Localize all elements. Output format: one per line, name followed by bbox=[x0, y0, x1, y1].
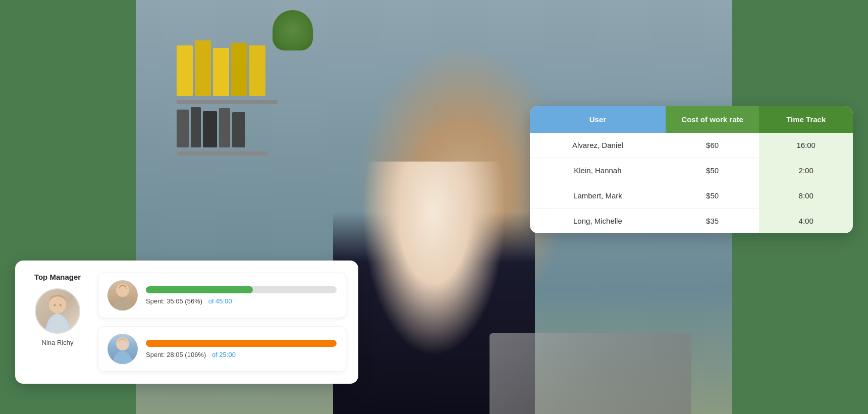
plant bbox=[273, 10, 313, 50]
manager-name: Nina Richy bbox=[42, 339, 74, 346]
spent-label-1: Spent: 35:05 (56%) bbox=[146, 297, 202, 305]
td-name-2: Lambert, Mark bbox=[530, 183, 666, 209]
manager-avatar-svg bbox=[36, 288, 79, 334]
table-body: Alvarez, Daniel$6016:00Klein, Hannah$502… bbox=[530, 133, 853, 233]
progress-bar-1-container bbox=[146, 286, 337, 293]
th-cost: Cost of work rate bbox=[666, 106, 760, 133]
td-time-1: 2:00 bbox=[759, 158, 853, 183]
employee-2-svg bbox=[107, 334, 138, 364]
employees-list: Spent: 35:05 (56%) of 45:00 bbox=[98, 273, 346, 372]
svg-point-3 bbox=[60, 304, 62, 306]
th-user: User bbox=[530, 106, 666, 133]
employee-1-progress: Spent: 35:05 (56%) of 45:00 bbox=[146, 286, 337, 305]
manager-card: Top Manager Nina Richy bbox=[15, 261, 358, 384]
employee-item-1: Spent: 35:05 (56%) of 45:00 bbox=[98, 273, 346, 318]
progress-bar-2-container bbox=[146, 340, 337, 347]
table-card: User Cost of work rate Time Track Alvare… bbox=[530, 106, 853, 233]
td-name-0: Alvarez, Daniel bbox=[530, 133, 666, 158]
td-name-1: Klein, Hannah bbox=[530, 158, 666, 183]
progress-text-1: Spent: 35:05 (56%) of 45:00 bbox=[146, 297, 337, 305]
td-cost-2: $50 bbox=[666, 183, 760, 209]
progress-bar-2-fill bbox=[146, 340, 337, 347]
spent-label-2: Spent: 28:05 (106%) bbox=[146, 351, 206, 358]
data-table: User Cost of work rate Time Track Alvare… bbox=[530, 106, 853, 233]
td-cost-1: $50 bbox=[666, 158, 760, 183]
td-cost-3: $35 bbox=[666, 209, 760, 234]
table-row-1: Klein, Hannah$502:00 bbox=[530, 158, 853, 183]
laptop bbox=[490, 333, 691, 414]
th-time: Time Track bbox=[759, 106, 853, 133]
table-row-2: Lambert, Mark$508:00 bbox=[530, 183, 853, 209]
bookshelf bbox=[177, 10, 353, 162]
of-label-1: of 45:00 bbox=[208, 297, 232, 305]
employee-avatar-2 bbox=[107, 334, 138, 364]
table-row-3: Long, Michelle$354:00 bbox=[530, 209, 853, 234]
svg-point-2 bbox=[53, 304, 56, 306]
table-row-0: Alvarez, Daniel$6016:00 bbox=[530, 133, 853, 158]
td-cost-0: $60 bbox=[666, 133, 760, 158]
progress-text-2: Spent: 28:05 (106%) of 25:00 bbox=[146, 351, 337, 358]
employee-2-progress: Spent: 28:05 (106%) of 25:00 bbox=[146, 340, 337, 358]
td-time-0: 16:00 bbox=[759, 133, 853, 158]
employee-item-2: Spent: 28:05 (106%) of 25:00 bbox=[98, 326, 346, 372]
employee-1-svg bbox=[107, 280, 138, 310]
progress-bar-1-fill bbox=[146, 286, 253, 293]
employee-avatar-1 bbox=[107, 280, 138, 310]
manager-title: Top Manager bbox=[34, 273, 81, 281]
manager-avatar bbox=[35, 288, 80, 334]
of-label-2: of 25:00 bbox=[212, 351, 236, 358]
td-time-2: 8:00 bbox=[759, 183, 853, 209]
td-name-3: Long, Michelle bbox=[530, 209, 666, 234]
manager-info: Top Manager Nina Richy bbox=[27, 273, 88, 346]
td-time-3: 4:00 bbox=[759, 209, 853, 234]
svg-point-1 bbox=[51, 296, 65, 313]
